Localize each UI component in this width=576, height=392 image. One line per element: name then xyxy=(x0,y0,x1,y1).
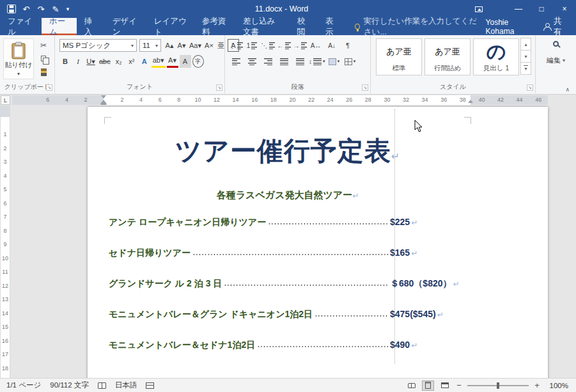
tab-home[interactable]: ホーム xyxy=(42,18,77,35)
sort-button[interactable]: A↓ xyxy=(325,39,339,52)
formatting-marks-button[interactable]: ¶ xyxy=(341,39,355,52)
subscript-button[interactable]: x₂ xyxy=(113,55,125,68)
style-item-2[interactable]: あア亜行間詰め xyxy=(424,38,471,75)
tour-name: モニュメントバレー＆グラン ドキャニオン1泊2日 xyxy=(109,309,313,320)
horizontal-ruler[interactable]: 6422468101214161820222426283032343638404… xyxy=(12,95,576,105)
save-button[interactable] xyxy=(5,2,18,16)
font-name-combo[interactable]: MS Pゴシック ▾ xyxy=(59,39,137,52)
tab-design[interactable]: デザイン xyxy=(105,18,146,35)
clipboard-dialog-launcher[interactable]: ↘ xyxy=(46,84,52,91)
copy-button[interactable] xyxy=(37,53,50,64)
number-list-button[interactable]: 1 xyxy=(245,39,259,52)
left-indent-marker[interactable] xyxy=(101,103,107,105)
style-item-1[interactable]: あア亜標準 xyxy=(376,38,422,75)
undo-button[interactable]: ↶ xyxy=(20,2,33,16)
paste-button[interactable]: 貼り付け ▾ xyxy=(3,38,34,79)
tab-review[interactable]: 校閲 xyxy=(290,18,318,35)
align-center-button[interactable] xyxy=(245,55,259,68)
paragraph-mark: ↵ xyxy=(411,341,417,350)
cut-button[interactable]: ✂ xyxy=(37,40,50,51)
page-indicator[interactable]: 1/1 ページ xyxy=(6,380,41,390)
tab-mailings[interactable]: 差し込み文書 xyxy=(235,18,290,35)
tab-view[interactable]: 表示 xyxy=(318,18,346,35)
find-button[interactable] xyxy=(536,41,576,47)
superscript-button[interactable]: x² xyxy=(126,55,137,68)
ruler-mark: 30 xyxy=(384,97,390,104)
paragraph-dialog-launcher[interactable]: ↘ xyxy=(362,84,368,91)
clipboard-icon xyxy=(11,42,26,59)
zoom-in-button[interactable]: + xyxy=(533,380,541,390)
enclose-character-button[interactable]: 字 xyxy=(192,55,204,68)
align-left-button[interactable] xyxy=(229,55,243,68)
font-color-button[interactable]: A▾ xyxy=(167,55,178,68)
change-case-button[interactable]: Aa▾ xyxy=(188,39,203,52)
distribute-text-button[interactable] xyxy=(293,55,307,68)
decrease-indent-button[interactable]: ← xyxy=(277,39,291,52)
editing-menu-button[interactable]: 編集 ▾ xyxy=(536,56,576,65)
ime-status-icon[interactable] xyxy=(146,382,154,389)
minimize-button[interactable]: — xyxy=(507,0,530,18)
toc-line: モニュメントバレー＆グラン ドキャニオン1泊2日$475($545)↵ xyxy=(104,309,471,322)
read-mode-button[interactable] xyxy=(405,380,417,391)
account-name[interactable]: Yoshie Kohama xyxy=(482,18,536,35)
multilevel-list-button[interactable]: ⋱ xyxy=(261,39,275,52)
ruler-mark: 12 xyxy=(0,283,10,289)
gallery-down-button[interactable]: ▾ xyxy=(520,50,531,63)
hanging-indent-marker[interactable] xyxy=(101,97,106,103)
tab-file[interactable]: ファイル xyxy=(0,18,42,35)
collapse-ribbon-button[interactable]: ∧ xyxy=(565,86,570,93)
proofing-status-icon[interactable] xyxy=(98,382,106,389)
web-layout-button[interactable] xyxy=(439,380,451,391)
vertical-ruler[interactable]: 123456789101112131415161718 xyxy=(0,106,10,378)
styles-gallery-scroll: ▴ ▾ ▾ xyxy=(520,38,531,75)
text-effects-button[interactable]: A xyxy=(139,55,150,68)
gallery-more-button[interactable]: ▾ xyxy=(520,62,531,75)
bullet-list-button[interactable]: ⋮ xyxy=(229,39,243,52)
bold-button[interactable]: B xyxy=(59,55,71,68)
document-page[interactable]: ツアー催行予定表↵ 各種ラスベガス発大自然ツアー↵ アンテ ロープキャニオン日帰… xyxy=(88,107,548,378)
character-shading-button[interactable]: A xyxy=(180,55,191,68)
maximize-button[interactable]: □ xyxy=(530,0,553,18)
zoom-slider[interactable] xyxy=(467,385,529,386)
borders-button[interactable]: ▾ xyxy=(343,55,357,68)
ruler-mark: 13 xyxy=(0,296,10,302)
increase-indent-button[interactable]: → xyxy=(293,39,307,52)
underline-button[interactable]: U▾ xyxy=(85,55,97,68)
highlight-color-button[interactable]: ab▾ xyxy=(152,55,166,68)
gallery-up-button[interactable]: ▴ xyxy=(520,38,531,51)
grow-font-button[interactable]: A▴ xyxy=(164,39,175,52)
language-indicator[interactable]: 日本語 xyxy=(115,380,137,390)
asian-layout-button[interactable]: A↔ xyxy=(309,39,323,52)
zoom-slider-thumb[interactable] xyxy=(497,382,499,389)
format-painter-button[interactable] xyxy=(37,67,50,77)
ruler-mark: 17 xyxy=(0,351,10,357)
word-count[interactable]: 90/112 文字 xyxy=(50,380,89,390)
tab-references[interactable]: 参考資料 xyxy=(194,18,235,35)
tell-me-box[interactable]: 実行したい作業を入力してください... xyxy=(355,18,482,35)
ribbon-tab-bar: ファイルホーム挿入デザインレイアウト参考資料差し込み文書校閲表示 実行したい作業… xyxy=(0,18,576,35)
right-indent-marker[interactable] xyxy=(468,97,473,103)
align-right-button[interactable] xyxy=(261,55,275,68)
redo-button[interactable]: ↷ xyxy=(35,2,47,16)
italic-button[interactable]: I xyxy=(72,55,84,68)
font-size-combo[interactable]: 11 ▾ xyxy=(139,39,161,52)
zoom-out-button[interactable]: − xyxy=(455,380,463,390)
style-item-3[interactable]: の見出し 1 xyxy=(473,38,519,75)
zoom-percentage[interactable]: 100% xyxy=(545,382,568,389)
tab-insert[interactable]: 挿入 xyxy=(77,18,105,35)
touch-mode-button[interactable]: ✎ xyxy=(49,2,62,16)
styles-dialog-launcher[interactable]: ↘ xyxy=(527,84,533,91)
strikethrough-button[interactable]: abc xyxy=(98,55,112,68)
share-button[interactable]: 共有 xyxy=(536,18,576,35)
justify-button[interactable] xyxy=(277,55,291,68)
customize-qat-button[interactable]: ▾ xyxy=(64,2,72,16)
shading-button[interactable]: ▾ xyxy=(327,55,341,68)
tab-selector-button[interactable]: L xyxy=(1,95,10,105)
print-layout-button[interactable] xyxy=(422,380,434,391)
ruler-mark: 10 xyxy=(0,255,10,262)
font-dialog-launcher[interactable]: ↘ xyxy=(216,84,222,91)
clear-formatting-button[interactable]: A× xyxy=(203,39,215,52)
shrink-font-button[interactable]: A▾ xyxy=(176,39,187,52)
tab-layout[interactable]: レイアウト xyxy=(146,18,194,35)
line-spacing-button[interactable]: ↕▾ xyxy=(309,55,325,68)
